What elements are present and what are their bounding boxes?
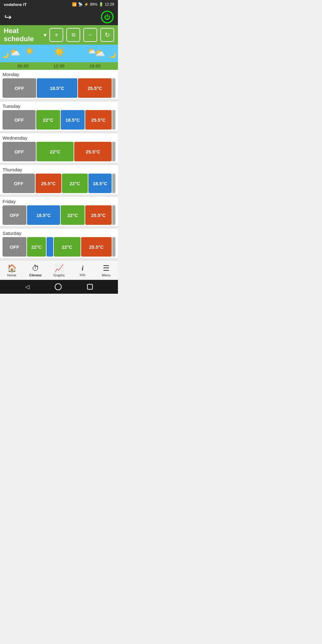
status-right: 📶 📡 ⚡ 89% 🔋 12:29 — [72, 2, 114, 7]
block-saturday-off[interactable]: OFF — [3, 237, 26, 257]
day-section-thursday: Thursday OFF 25.5°C 22°C 18.5°C — [0, 165, 118, 194]
nav-label-menu: Menu — [102, 273, 111, 277]
system-nav: ◁ — [0, 280, 118, 294]
day-blocks-saturday: OFF 22°C 22°C 25.5°C — [3, 237, 115, 257]
add-button[interactable]: + — [49, 28, 63, 42]
wifi-icon: 📡 — [78, 2, 83, 7]
nav-item-home[interactable]: 🏠 Home — [0, 262, 24, 279]
time-label-1200: 12:00 — [53, 64, 65, 69]
divider-2 — [0, 131, 118, 133]
day-blocks-tuesday: OFF 22°C 18.5°C 25.5°C — [3, 110, 115, 130]
block-wednesday-22[interactable]: 22°C — [36, 142, 74, 161]
time-label: 12:29 — [105, 2, 114, 7]
block-thursday-22[interactable]: 22°C — [62, 174, 88, 193]
moon-left-icon: 🌙 — [2, 52, 9, 58]
schedule-title-text: Heat schedule — [4, 27, 42, 43]
day-label-thursday: Thursday — [3, 167, 115, 172]
nav-item-chrono[interactable]: ⏱ Chrono — [24, 262, 47, 279]
power-icon: ⏻ — [104, 14, 110, 20]
day-label-saturday: Saturday — [3, 230, 115, 236]
nav-item-menu[interactable]: ☰ Menu — [94, 262, 118, 279]
copy-icon: ⧉ — [72, 32, 75, 38]
block-friday-25[interactable]: 25.5°C — [85, 205, 112, 225]
carrier-label: vodafone IT — [4, 2, 27, 7]
block-thursday-25[interactable]: 25.5°C — [36, 174, 61, 193]
chrono-icon: ⏱ — [32, 264, 39, 273]
day-section-saturday: Saturday OFF 22°C 22°C 25.5°C — [0, 229, 118, 258]
bluetooth-icon: ⚡ — [84, 2, 89, 7]
day-label-tuesday: Tuesday — [3, 103, 115, 109]
block-monday-18[interactable]: 18.5°C — [37, 78, 77, 98]
block-tuesday-22a[interactable]: 22°C — [36, 110, 60, 130]
block-wednesday-off[interactable]: OFF — [3, 142, 36, 161]
block-thursday-off[interactable]: OFF — [3, 174, 35, 193]
nav-label-chrono: Chrono — [29, 273, 42, 277]
block-saturday-22b[interactable]: 22°C — [54, 237, 80, 257]
battery-icon: 🔋 — [99, 2, 103, 7]
block-friday-off[interactable]: OFF — [3, 205, 26, 225]
day-section-tuesday: Tuesday OFF 22°C 18.5°C 25.5°C — [0, 102, 118, 131]
block-friday-end — [112, 205, 115, 225]
block-saturday-blue[interactable] — [47, 237, 53, 257]
graphs-icon: 📈 — [54, 264, 64, 273]
nav-item-info[interactable]: i Info — [71, 262, 94, 279]
block-monday-25[interactable]: 25.5°C — [78, 78, 112, 98]
home-icon: 🏠 — [7, 264, 17, 273]
block-saturday-22a[interactable]: 22°C — [27, 237, 46, 257]
refresh-icon: ↻ — [105, 31, 110, 39]
time-row: 06:00 12:00 18:00 — [0, 64, 118, 69]
divider-6 — [0, 258, 118, 260]
dropdown-arrow-icon[interactable]: ▾ — [44, 32, 46, 38]
day-label-friday: Friday — [3, 199, 115, 204]
block-thursday-end — [112, 174, 115, 193]
info-icon: i — [81, 264, 83, 272]
block-friday-18[interactable]: 18.5°C — [27, 205, 60, 225]
block-tuesday-end — [112, 110, 115, 130]
block-wednesday-25[interactable]: 25.5°C — [74, 142, 112, 161]
moon-right-icon: 🌙 — [109, 52, 116, 58]
block-tuesday-18[interactable]: 18.5°C — [61, 110, 85, 130]
block-friday-22[interactable]: 22°C — [61, 205, 85, 225]
refresh-button[interactable]: ↻ — [100, 28, 114, 42]
schedule-header: Heat schedule ▾ + ⧉ − ↻ — [0, 25, 118, 45]
home-system-button[interactable] — [55, 283, 62, 290]
day-blocks-friday: OFF 18.5°C 22°C 25.5°C — [3, 205, 115, 225]
minus-button[interactable]: − — [83, 28, 97, 42]
day-section-friday: Friday OFF 18.5°C 22°C 25.5°C — [0, 197, 118, 226]
top-nav: ↩ ⏻ — [0, 9, 118, 25]
block-thursday-18[interactable]: 18.5°C — [88, 174, 112, 193]
power-button[interactable]: ⏻ — [101, 11, 114, 23]
day-blocks-wednesday: OFF 22°C 25.5°C — [3, 142, 115, 161]
nav-item-graphs[interactable]: 📈 Graphs — [47, 262, 71, 279]
sun-small-left-icon: ☀️ — [25, 47, 34, 55]
block-tuesday-25[interactable]: 25.5°C — [85, 110, 112, 130]
block-monday-off[interactable]: OFF — [3, 78, 36, 98]
back-button[interactable]: ↩ — [4, 12, 12, 22]
time-label-1800: 18:00 — [89, 64, 101, 69]
cloud-right-icon: ⛅ — [94, 48, 105, 58]
cloud-left-icon: ⛅ — [9, 47, 20, 58]
block-tuesday-off[interactable]: OFF — [3, 110, 36, 130]
block-monday-end — [112, 78, 115, 98]
recents-system-button[interactable] — [87, 284, 93, 290]
divider-3 — [0, 163, 118, 165]
day-section-monday: Monday OFF 18.5°C 25.5°C — [0, 70, 118, 99]
weather-banner: 🌙 ⛅ ☀️ ☀️ ⛅ ⛅ 🌙 06:00 12:00 18:00 — [0, 45, 118, 70]
day-section-wednesday: Wednesday OFF 22°C 25.5°C — [0, 133, 118, 163]
block-saturday-25[interactable]: 25.5°C — [81, 237, 112, 257]
divider-4 — [0, 194, 118, 197]
signal-icon: 📶 — [72, 2, 77, 7]
block-wednesday-end — [112, 142, 115, 161]
battery-label: 89% — [90, 2, 97, 7]
sun-center-icon: ☀️ — [53, 46, 65, 57]
menu-icon: ☰ — [103, 264, 110, 273]
time-label-0600: 06:00 — [17, 64, 29, 69]
day-blocks-thursday: OFF 25.5°C 22°C 18.5°C — [3, 174, 115, 193]
copy-button[interactable]: ⧉ — [66, 28, 80, 42]
schedule-title[interactable]: Heat schedule ▾ — [4, 27, 46, 43]
status-bar: vodafone IT 📶 📡 ⚡ 89% 🔋 12:29 — [0, 0, 118, 9]
day-label-wednesday: Wednesday — [3, 135, 115, 141]
nav-label-home: Home — [7, 273, 16, 277]
nav-label-info: Info — [80, 273, 85, 277]
back-system-button[interactable]: ◁ — [25, 283, 30, 290]
